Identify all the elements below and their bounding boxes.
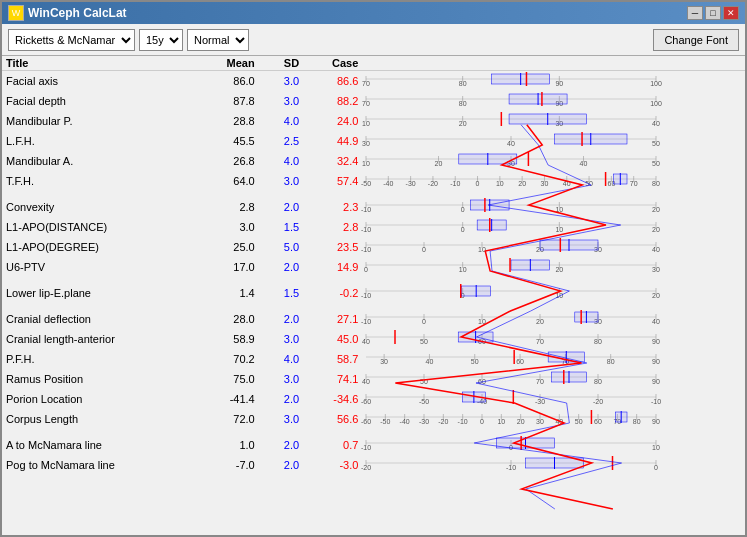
svg-text:10: 10	[362, 160, 370, 167]
row-title: Facial depth	[2, 91, 199, 111]
svg-text:0: 0	[654, 464, 658, 471]
row-title: A to McNamara line	[2, 435, 199, 455]
row-sd: 3.0	[259, 329, 303, 349]
svg-text:0: 0	[422, 246, 426, 253]
row-case: -34.6	[303, 389, 362, 409]
svg-text:-60: -60	[361, 418, 371, 425]
row-sd: 3.0	[259, 71, 303, 92]
row-mean: 2.8	[199, 197, 258, 217]
preset-dropdown[interactable]: Ricketts & McNamar	[8, 29, 135, 51]
row-sd: 1.5	[259, 283, 303, 303]
svg-text:80: 80	[459, 100, 467, 107]
svg-text:10: 10	[556, 292, 564, 299]
table-row: A to McNamara line 1.0 2.0 0.7 -10010	[2, 435, 745, 455]
table-row: Mandibular P. 28.8 4.0 24.0 10203040	[2, 111, 745, 131]
svg-text:90: 90	[652, 338, 660, 345]
svg-text:-10: -10	[458, 418, 468, 425]
row-case: 27.1	[303, 309, 362, 329]
svg-text:-30: -30	[419, 418, 429, 425]
svg-text:70: 70	[630, 180, 638, 187]
row-title: Porion Location	[2, 389, 199, 409]
row-mean: -41.4	[199, 389, 258, 409]
svg-text:10: 10	[362, 120, 370, 127]
row-sd: 2.0	[259, 197, 303, 217]
svg-text:40: 40	[362, 378, 370, 385]
row-case: 14.9	[303, 257, 362, 277]
svg-text:90: 90	[652, 378, 660, 385]
row-mean: 25.0	[199, 237, 258, 257]
table-row: Ramus Position 75.0 3.0 74.1 40506070809…	[2, 369, 745, 389]
svg-text:20: 20	[652, 226, 660, 233]
row-chart: 1020304050	[362, 151, 745, 171]
svg-text:80: 80	[459, 80, 467, 87]
svg-text:20: 20	[536, 318, 544, 325]
minimize-button[interactable]: ─	[687, 6, 703, 20]
row-case: 86.6	[303, 71, 362, 92]
svg-text:30: 30	[536, 418, 544, 425]
row-sd: 4.0	[259, 111, 303, 131]
svg-text:-50: -50	[419, 398, 429, 405]
svg-text:0: 0	[461, 206, 465, 213]
table-row: T.F.H. 64.0 3.0 57.4 -50-40-30-20-100102…	[2, 171, 745, 191]
row-chart: 708090100	[362, 91, 745, 111]
col-header-mean: Mean	[199, 56, 258, 71]
row-title: Ramus Position	[2, 369, 199, 389]
svg-text:50: 50	[652, 160, 660, 167]
table-row: L.F.H. 45.5 2.5 44.9 304050	[2, 131, 745, 151]
row-chart: -10010203040	[362, 237, 745, 257]
row-chart: 10203040	[362, 111, 745, 131]
svg-text:-20: -20	[428, 180, 438, 187]
table-row: L1-APO(DEGREE) 25.0 5.0 23.5 -1001020304…	[2, 237, 745, 257]
svg-text:30: 30	[541, 180, 549, 187]
row-case: -0.2	[303, 283, 362, 303]
row-title: Cranial deflection	[2, 309, 199, 329]
table-scroll[interactable]: Title Mean SD Case Facial axis 86.0 3.0 …	[2, 56, 745, 535]
change-font-button[interactable]: Change Font	[653, 29, 739, 51]
row-title: U6-PTV	[2, 257, 199, 277]
close-button[interactable]: ✕	[723, 6, 739, 20]
svg-text:0: 0	[364, 266, 368, 273]
col-header-case: Case	[303, 56, 362, 71]
svg-text:50: 50	[420, 338, 428, 345]
svg-text:60: 60	[594, 418, 602, 425]
svg-text:0: 0	[422, 318, 426, 325]
row-chart: -1001020	[362, 217, 745, 237]
row-mean: 75.0	[199, 369, 258, 389]
svg-text:-10: -10	[506, 464, 516, 471]
row-title: L1-APO(DISTANCE)	[2, 217, 199, 237]
row-sd: 2.0	[259, 455, 303, 475]
svg-text:-30: -30	[535, 398, 545, 405]
row-title: L1-APO(DEGREE)	[2, 237, 199, 257]
row-case: 58.7	[303, 349, 362, 369]
svg-text:30: 30	[381, 358, 389, 365]
svg-text:70: 70	[362, 100, 370, 107]
row-mean: 86.0	[199, 71, 258, 92]
svg-text:-10: -10	[361, 292, 371, 299]
row-sd: 5.0	[259, 237, 303, 257]
row-case: 32.4	[303, 151, 362, 171]
row-mean: 17.0	[199, 257, 258, 277]
row-case: -3.0	[303, 455, 362, 475]
row-sd: 4.0	[259, 349, 303, 369]
svg-text:80: 80	[594, 338, 602, 345]
svg-text:40: 40	[580, 160, 588, 167]
table-row: Pog to McNamara line -7.0 2.0 -3.0 -20-1…	[2, 455, 745, 475]
row-case: 74.1	[303, 369, 362, 389]
row-mean: 72.0	[199, 409, 258, 429]
window-title: WinCeph CalcLat	[28, 6, 127, 20]
norm-dropdown[interactable]: Normal	[187, 29, 249, 51]
age-dropdown[interactable]: 15y	[139, 29, 183, 51]
svg-text:50: 50	[471, 358, 479, 365]
svg-text:30: 30	[362, 140, 370, 147]
col-header-sd: SD	[259, 56, 303, 71]
row-title: Corpus Length	[2, 409, 199, 429]
row-chart: -20-100	[362, 455, 745, 475]
maximize-button[interactable]: □	[705, 6, 721, 20]
row-title: Cranial length-anterior	[2, 329, 199, 349]
svg-text:-10: -10	[361, 318, 371, 325]
svg-text:-40: -40	[384, 180, 394, 187]
row-sd: 3.0	[259, 171, 303, 191]
row-chart: -10010203040	[362, 309, 745, 329]
row-title: Facial axis	[2, 71, 199, 92]
row-title: Mandibular A.	[2, 151, 199, 171]
